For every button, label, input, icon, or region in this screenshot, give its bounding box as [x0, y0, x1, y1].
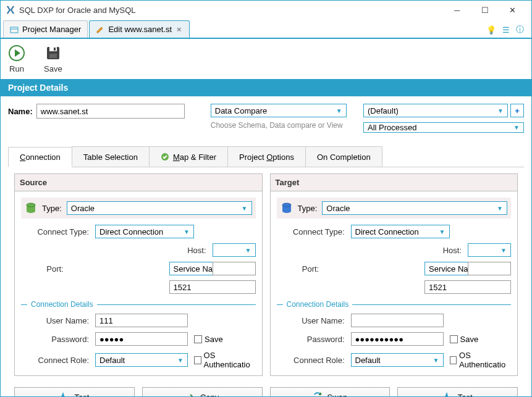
check-icon [161, 153, 169, 161]
target-osauth-checkbox[interactable] [450, 356, 457, 364]
tab-close-icon[interactable]: × [175, 25, 183, 34]
tab-connection[interactable]: Connection [8, 147, 72, 167]
conn-details-legend: Connection Details [21, 300, 256, 309]
user-label: User Name: [277, 316, 345, 325]
type-label: Type: [298, 204, 318, 213]
password-label: Password: [277, 335, 345, 344]
tab-map-filter[interactable]: Map & Filter [149, 146, 228, 167]
tab-label: Project Manager [22, 25, 81, 34]
chevron-down-icon: ▼ [513, 124, 520, 131]
app-icon [6, 5, 15, 15]
user-label: User Name: [21, 316, 89, 325]
compare-type-dropdown[interactable]: Data Compare ▼ [211, 104, 347, 117]
menu-icon[interactable]: ☰ [502, 25, 510, 35]
svg-rect-0 [11, 27, 18, 33]
host-label: Host: [169, 246, 206, 255]
database-icon [25, 202, 37, 214]
source-save-checkbox[interactable] [194, 335, 202, 343]
connect-type-label: Connect Type: [277, 227, 345, 236]
processed-dropdown[interactable]: All Processed ▼ [363, 122, 524, 133]
profile-dropdown[interactable]: (Default) ▼ [363, 104, 508, 117]
run-button[interactable]: Run [8, 44, 25, 73]
svg-rect-5 [49, 54, 57, 58]
svg-rect-4 [49, 47, 57, 51]
tab-label: Edit www.sanet.st [108, 25, 172, 34]
target-test-button[interactable]: Test [397, 387, 518, 397]
target-type-dropdown[interactable]: Oracle▼ [322, 201, 507, 215]
source-port-input[interactable] [169, 280, 256, 294]
target-service-input[interactable] [468, 262, 511, 275]
sub-tabs: Connection Table Selection Map & Filter … [8, 146, 524, 167]
source-role-dropdown[interactable]: Default▼ [95, 353, 188, 367]
chevron-down-icon: ▼ [497, 107, 504, 114]
target-role-dropdown[interactable]: Default▼ [351, 353, 444, 367]
source-username-input[interactable] [95, 314, 188, 327]
run-label: Run [9, 64, 24, 73]
target-save-checkbox[interactable] [450, 335, 458, 343]
swap-icon [313, 392, 323, 397]
tab-table-selection[interactable]: Table Selection [72, 146, 150, 167]
chevron-down-icon: ▼ [245, 247, 251, 254]
source-host-dropdown[interactable]: ▼ [213, 243, 256, 257]
svg-rect-6 [54, 48, 56, 51]
chevron-down-icon: ▼ [497, 205, 503, 212]
type-label: Type: [42, 204, 62, 213]
chevron-down-icon: ▼ [177, 357, 184, 364]
maximize-button[interactable]: ☐ [471, 1, 499, 19]
host-label: Host: [424, 246, 462, 255]
default-value: (Default) [368, 106, 399, 115]
name-label: Name: [8, 107, 33, 116]
tab-project-options[interactable]: Project Options [227, 146, 306, 167]
swap-button[interactable]: Swap [270, 387, 391, 397]
role-label: Connect Role: [277, 356, 345, 365]
source-connect-type-dropdown[interactable]: Direct Connection▼ [95, 225, 194, 238]
connect-type-label: Connect Type: [21, 227, 89, 236]
arrow-right-icon [185, 392, 195, 397]
chevron-down-icon: ▼ [336, 107, 342, 114]
project-icon [10, 25, 19, 34]
window-title: SQL DXP for Oracle and MySQL [19, 6, 443, 15]
source-test-button[interactable]: Test [14, 387, 135, 397]
source-service-input[interactable] [213, 262, 256, 275]
name-input[interactable] [36, 104, 185, 119]
compare-hint: Choose Schema, Data compare or View [211, 121, 356, 130]
chevron-down-icon: ▼ [184, 228, 190, 235]
source-password-input[interactable]: ●●●●● [95, 332, 188, 346]
target-connect-type-dropdown[interactable]: Direct Connection▼ [351, 225, 450, 238]
pulse-icon [59, 392, 69, 397]
target-port-input[interactable] [424, 280, 511, 294]
port-label: Port: [21, 264, 89, 274]
play-icon [8, 44, 25, 62]
target-password-input[interactable]: ●●●●●●●●●● [351, 332, 444, 346]
tab-project-manager[interactable]: Project Manager [3, 20, 88, 38]
titlebar: SQL DXP for Oracle and MySQL ─ ☐ ✕ [1, 1, 531, 19]
chevron-down-icon: ▼ [433, 357, 439, 364]
top-form: Name: Data Compare ▼ Choose Schema, Data… [1, 96, 531, 140]
save-button[interactable]: Save [44, 44, 62, 73]
help-icon[interactable]: ⓘ [516, 24, 524, 35]
pulse-icon [443, 392, 453, 397]
edit-icon [96, 25, 104, 34]
tab-edit-file[interactable]: Edit www.sanet.st × [89, 20, 189, 38]
minimize-button[interactable]: ─ [443, 1, 471, 19]
bottom-buttons: Test Copy Swap Test [1, 382, 531, 397]
add-profile-button[interactable]: + [510, 104, 524, 117]
role-label: Connect Role: [21, 356, 89, 365]
bulb-icon[interactable]: 💡 [486, 25, 496, 35]
tab-on-completion[interactable]: On Completion [305, 146, 382, 167]
chevron-down-icon: ▼ [439, 228, 445, 235]
target-title: Target [271, 174, 518, 191]
copy-button[interactable]: Copy [142, 387, 263, 397]
source-type-dropdown[interactable]: Oracle▼ [67, 201, 252, 215]
chevron-down-icon: ▼ [242, 205, 248, 212]
save-label: Save [44, 64, 62, 73]
source-panel: Source Type: Oracle▼ Connect Type: Direc… [14, 173, 263, 376]
close-button[interactable]: ✕ [499, 1, 526, 19]
database-icon [281, 202, 293, 214]
chevron-down-icon: ▼ [500, 247, 507, 254]
source-osauth-checkbox[interactable] [194, 356, 201, 364]
port-label: Port: [277, 264, 345, 274]
target-username-input[interactable] [351, 314, 444, 327]
target-host-dropdown[interactable]: ▼ [468, 243, 511, 257]
connection-panels: Source Type: Oracle▼ Connect Type: Direc… [1, 167, 531, 382]
